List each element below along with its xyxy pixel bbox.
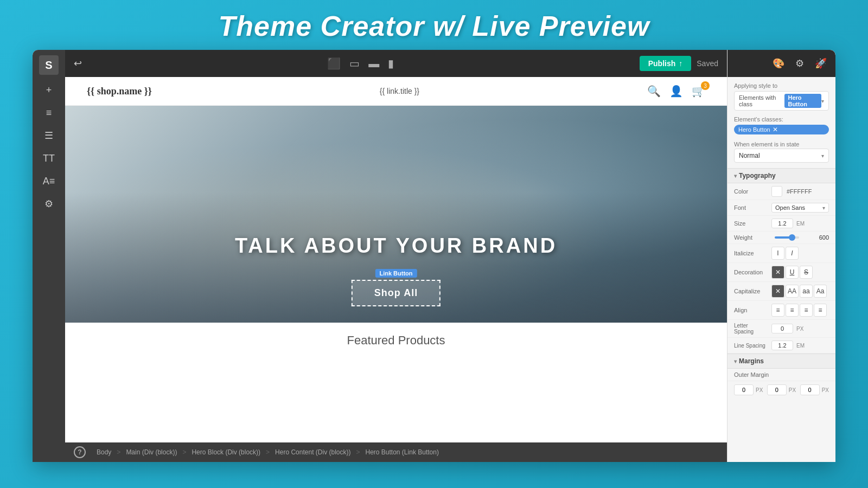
weight-label: Weight [734,234,769,241]
size-row: Size 1.2 EM [727,216,835,232]
decoration-group: ✕ U S [771,266,813,279]
typography-chevron: ▾ [734,173,737,179]
capitalize-lower-btn[interactable]: aa [800,285,813,298]
panel-settings-icon[interactable]: ⚙ [795,57,804,69]
decoration-none-btn[interactable]: ✕ [771,266,784,279]
sidebar-icon-text-block[interactable]: A≡ [39,171,59,191]
publish-button[interactable]: Publish ↑ [640,56,692,71]
margins-inputs: 0 PX 0 PX 0 PX [727,381,835,399]
breadcrumb-main[interactable]: Main (Div (block)) [120,446,182,458]
sidebar-icon-menu[interactable]: ≡ [39,103,59,123]
laptop-icon[interactable]: ▬ [368,57,379,70]
weight-value: 600 [805,234,829,241]
font-select[interactable]: Open Sans ▾ [771,203,829,213]
weight-slider[interactable] [775,236,799,239]
margins-section-header[interactable]: ▾ Margins [727,354,835,369]
desktop-icon[interactable]: ⬛ [327,57,341,70]
breadcrumb-hero-block[interactable]: Hero Block (Div (block)) [186,446,266,458]
state-chevron: ▾ [821,153,824,159]
panel-style-icon[interactable]: 🎨 [773,57,784,69]
hero-button-wrap: Link Button Shop All [352,269,441,306]
toolbar-left: ↩ [74,57,82,69]
panel-top-icons: 🎨 ⚙ 🚀 [727,50,835,77]
line-spacing-input[interactable]: 1.2 [771,341,793,350]
link-button-label: Link Button [375,269,417,278]
publish-label: Publish [648,59,676,68]
size-unit: EM [796,221,805,227]
italic-normal-btn[interactable]: I [771,247,784,260]
account-icon[interactable]: 👤 [669,85,683,98]
font-value: Open Sans [775,204,805,211]
size-input[interactable]: 1.2 [771,219,793,228]
sidebar-icon-plus[interactable]: + [39,80,59,100]
align-center-btn[interactable]: ≡ [786,304,799,317]
shop-link: {{ link.title }} [380,87,419,95]
right-panel: 🎨 ⚙ 🚀 Applying style to Elements with cl… [727,50,835,462]
toolbar: ↩ ⬛ ▭ ▬ ▮ Publish ↑ Saved [65,50,727,77]
main-area: ↩ ⬛ ▭ ▬ ▮ Publish ↑ Saved {{ shop.n [65,50,727,462]
selector-chevron: ▾ [821,98,824,104]
state-select[interactable]: Normal ▾ [734,149,829,163]
tablet-icon[interactable]: ▭ [349,57,360,70]
margin-left-group: 0 PX [767,384,796,395]
sidebar-icon-typography[interactable]: TT [39,149,59,168]
size-label: Size [734,220,769,227]
letter-spacing-input[interactable]: 0 [771,324,793,333]
align-left-btn[interactable]: ≡ [771,304,784,317]
sidebar-icon-page[interactable]: ☰ [39,126,59,145]
shop-nav: {{ shop.name }} {{ link.title }} 🔍 👤 🛒 3 [65,77,727,106]
capitalize-group: ✕ AA aa Aa [771,285,827,298]
cart-icon[interactable]: 🛒 3 [692,85,705,98]
breadcrumb-hero-content[interactable]: Hero Content (Div (block)) [270,446,356,458]
decoration-label: Decoration [734,269,769,275]
preview-inner: {{ shop.name }} {{ link.title }} 🔍 👤 🛒 3 [65,77,727,442]
decoration-underline-btn[interactable]: U [786,266,799,279]
decoration-row: Decoration ✕ U S [727,263,835,282]
margin-top-group: 0 PX [734,384,763,395]
align-justify-btn[interactable]: ≡ [814,304,827,317]
capitalize-title-btn[interactable]: Aa [814,285,827,298]
letter-spacing-unit: PX [796,326,803,332]
mobile-icon[interactable]: ▮ [388,57,394,70]
breadcrumb-hero-button[interactable]: Hero Button (Link Button) [360,446,444,458]
undo-icon[interactable]: ↩ [74,57,82,69]
capitalize-row: Capitalize ✕ AA aa Aa [727,282,835,301]
capitalize-upper-btn[interactable]: AA [786,285,799,298]
class-selector[interactable]: Elements with class Hero Button ▾ [734,91,829,111]
color-swatch[interactable] [771,186,782,197]
class-tag-remove[interactable]: ✕ [773,126,778,133]
weight-slider-thumb[interactable] [789,234,795,241]
breadcrumb-body[interactable]: Body [91,446,117,458]
font-row: Font Open Sans ▾ [727,200,835,216]
align-label: Align [734,307,769,313]
hero-cta-button[interactable]: Shop All [352,280,441,306]
featured-section: Featured Products [65,323,727,358]
margin-right-unit: PX [822,387,829,393]
left-sidebar: S + ≡ ☰ TT A≡ ⚙ [33,50,65,462]
sidebar-logo[interactable]: S [39,55,59,75]
margin-left-input[interactable]: 0 [767,384,787,395]
breadcrumb-bar: ? Body > Main (Div (block)) > Hero Block… [65,442,727,462]
typography-section-header[interactable]: ▾ Typography [727,168,835,183]
decoration-strikethrough-btn[interactable]: S [800,266,813,279]
hero-title: TALK ABOUT YOUR BRAND [235,234,557,258]
toolbar-center: ⬛ ▭ ▬ ▮ [327,57,394,70]
letter-spacing-row: LetterSpacing 0 PX [727,320,835,338]
margin-right-input[interactable]: 0 [800,384,820,395]
app-container: S + ≡ ☰ TT A≡ ⚙ ↩ ⬛ ▭ ▬ ▮ Publish ↑ [33,50,835,462]
search-icon[interactable]: 🔍 [647,85,661,98]
toolbar-right: Publish ↑ Saved [640,56,718,71]
align-right-btn[interactable]: ≡ [800,304,813,317]
italic-btn[interactable]: I [786,247,799,260]
help-icon[interactable]: ? [74,446,86,458]
sidebar-icon-settings[interactable]: ⚙ [39,194,59,214]
margin-top-input[interactable]: 0 [734,384,754,395]
elements-with-class-text: Elements with class [739,94,784,107]
shop-name: {{ shop.name }} [87,86,152,97]
line-spacing-unit: EM [796,343,805,349]
align-group: ≡ ≡ ≡ ≡ [771,304,827,317]
align-row: Align ≡ ≡ ≡ ≡ [727,301,835,320]
outer-margin-label-row: Outer Margin [727,369,835,381]
capitalize-none-btn[interactable]: ✕ [771,285,784,298]
panel-rocket-icon[interactable]: 🚀 [815,57,827,69]
